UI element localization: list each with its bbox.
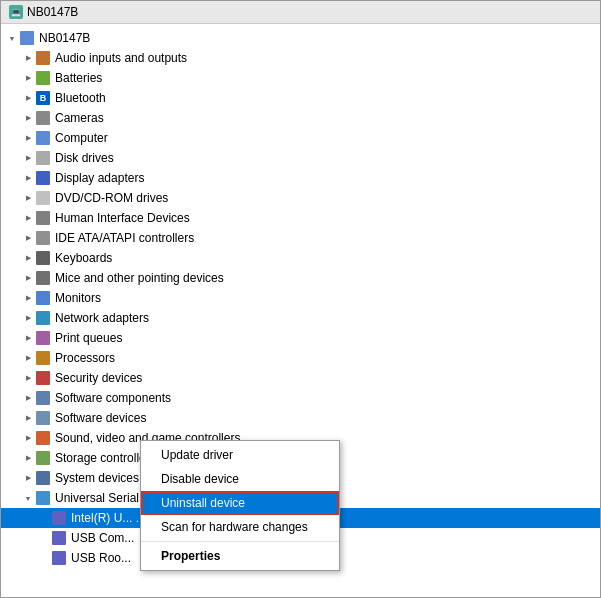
proc-icon	[35, 350, 51, 366]
expand-arrow-sw-devices[interactable]	[21, 411, 35, 425]
expand-arrow-sound[interactable]	[21, 431, 35, 445]
tree-item-dvd[interactable]: DVD/CD-ROM drives	[1, 188, 600, 208]
hid-icon	[35, 210, 51, 226]
tree-item-disk[interactable]: Disk drives	[1, 148, 600, 168]
expand-arrow-sw-components[interactable]	[21, 391, 35, 405]
tree-item-keyboards[interactable]: Keyboards	[1, 248, 600, 268]
dvd-icon	[35, 190, 51, 206]
item-label-display: Display adapters	[55, 171, 144, 185]
item-label-network: Network adapters	[55, 311, 149, 325]
context-menu-item-disable-device[interactable]: Disable device	[141, 467, 339, 491]
expand-arrow-system-devices[interactable]	[21, 471, 35, 485]
expand-arrow-bluetooth[interactable]	[21, 91, 35, 105]
item-label-processors: Processors	[55, 351, 115, 365]
sound-icon	[35, 430, 51, 446]
expand-arrow-ide[interactable]	[21, 231, 35, 245]
bluetooth-icon: B	[35, 90, 51, 106]
item-label-security: Security devices	[55, 371, 142, 385]
expand-arrow-network[interactable]	[21, 311, 35, 325]
tree-item-network[interactable]: Network adapters	[1, 308, 600, 328]
tree-item-security[interactable]: Security devices	[1, 368, 600, 388]
item-label-hid: Human Interface Devices	[55, 211, 190, 225]
item-label-monitors: Monitors	[55, 291, 101, 305]
context-menu-item-update-driver[interactable]: Update driver	[141, 443, 339, 467]
item-label-usb-com: USB Com...	[71, 531, 134, 545]
network-icon	[35, 310, 51, 326]
context-menu-item-scan-changes[interactable]: Scan for hardware changes	[141, 515, 339, 539]
item-label-cameras: Cameras	[55, 111, 104, 125]
title-label: NB0147B	[27, 5, 78, 19]
expand-arrow-root[interactable]	[5, 31, 19, 45]
context-menu: Update driverDisable deviceUninstall dev…	[140, 440, 340, 571]
expand-arrow-audio[interactable]	[21, 51, 35, 65]
tree-item-display[interactable]: Display adapters	[1, 168, 600, 188]
expand-arrow-cameras[interactable]	[21, 111, 35, 125]
expand-arrow-keyboards[interactable]	[21, 251, 35, 265]
battery-icon	[35, 70, 51, 86]
item-label-print: Print queues	[55, 331, 122, 345]
tree-item-sw-components[interactable]: Software components	[1, 388, 600, 408]
tree-item-batteries[interactable]: Batteries	[1, 68, 600, 88]
expand-arrow-computer[interactable]	[21, 131, 35, 145]
computer-icon	[35, 130, 51, 146]
storage-icon	[35, 450, 51, 466]
tree-item-bluetooth[interactable]: BBluetooth	[1, 88, 600, 108]
item-label-bluetooth: Bluetooth	[55, 91, 106, 105]
ide-icon	[35, 230, 51, 246]
tree-item-mice[interactable]: Mice and other pointing devices	[1, 268, 600, 288]
context-menu-separator	[141, 541, 339, 542]
disk-icon	[35, 150, 51, 166]
expand-arrow-display[interactable]	[21, 171, 35, 185]
tree-item-ide[interactable]: IDE ATA/ATAPI controllers	[1, 228, 600, 248]
item-label-sw-components: Software components	[55, 391, 171, 405]
expand-arrow-processors[interactable]	[21, 351, 35, 365]
software-comp-icon	[35, 390, 51, 406]
tree-item-computer[interactable]: Computer	[1, 128, 600, 148]
tree-item-root[interactable]: NB0147B	[1, 28, 600, 48]
item-label-sw-devices: Software devices	[55, 411, 146, 425]
keyboard-icon	[35, 250, 51, 266]
item-label-root: NB0147B	[39, 31, 90, 45]
expand-arrow-hid[interactable]	[21, 211, 35, 225]
expand-arrow-monitors[interactable]	[21, 291, 35, 305]
title-bar: 💻 NB0147B	[1, 1, 600, 24]
system-icon	[35, 470, 51, 486]
tree-item-print[interactable]: Print queues	[1, 328, 600, 348]
item-label-keyboards: Keyboards	[55, 251, 112, 265]
security-icon	[35, 370, 51, 386]
camera-icon	[35, 110, 51, 126]
tree-item-cameras[interactable]: Cameras	[1, 108, 600, 128]
expand-arrow-usb[interactable]	[21, 491, 35, 505]
expand-arrow-mice[interactable]	[21, 271, 35, 285]
software-dev-icon	[35, 410, 51, 426]
item-label-disk: Disk drives	[55, 151, 114, 165]
item-label-audio: Audio inputs and outputs	[55, 51, 187, 65]
usb-device-icon	[51, 550, 67, 566]
item-label-usb-root: USB Roo...	[71, 551, 131, 565]
display-icon	[35, 170, 51, 186]
item-label-mice: Mice and other pointing devices	[55, 271, 224, 285]
title-icon: 💻	[9, 5, 23, 19]
expand-arrow-disk[interactable]	[21, 151, 35, 165]
tree-item-processors[interactable]: Processors	[1, 348, 600, 368]
monitor-icon	[35, 290, 51, 306]
print-icon	[35, 330, 51, 346]
expand-arrow-print[interactable]	[21, 331, 35, 345]
usb-icon	[35, 490, 51, 506]
expand-arrow-dvd[interactable]	[21, 191, 35, 205]
item-label-dvd: DVD/CD-ROM drives	[55, 191, 168, 205]
context-menu-item-properties[interactable]: Properties	[141, 544, 339, 568]
context-menu-item-uninstall-device[interactable]: Uninstall device	[141, 491, 339, 515]
audio-icon	[35, 50, 51, 66]
item-label-batteries: Batteries	[55, 71, 102, 85]
tree-item-monitors[interactable]: Monitors	[1, 288, 600, 308]
item-label-ide: IDE ATA/ATAPI controllers	[55, 231, 194, 245]
expand-arrow-storage[interactable]	[21, 451, 35, 465]
item-label-system-devices: System devices	[55, 471, 139, 485]
tree-item-sw-devices[interactable]: Software devices	[1, 408, 600, 428]
tree-item-audio[interactable]: Audio inputs and outputs	[1, 48, 600, 68]
expand-arrow-security[interactable]	[21, 371, 35, 385]
expand-arrow-batteries[interactable]	[21, 71, 35, 85]
tree-item-hid[interactable]: Human Interface Devices	[1, 208, 600, 228]
usb-device-icon	[51, 530, 67, 546]
